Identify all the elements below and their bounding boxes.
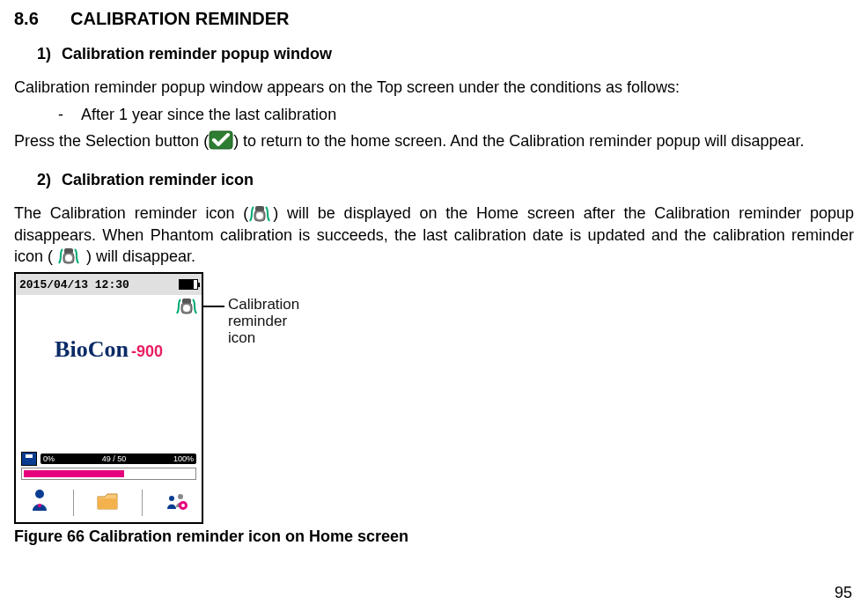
bottom-toolbar (16, 483, 202, 522)
check-icon (209, 130, 233, 150)
calibration-reminder-icon (175, 296, 196, 315)
storage-progress: 0% 49 / 50 100% (16, 450, 202, 483)
section-title: CALIBRATION REMINDER (70, 9, 290, 28)
device-logo: BioCon-900 (16, 320, 202, 373)
callout-label: Calibration reminder icon (203, 297, 299, 346)
page-number: 95 (835, 582, 852, 603)
battery-icon (179, 279, 198, 290)
disk-icon (21, 452, 37, 466)
figure-66: 2015/04/13 12:30 BioCon-900 0% 49 / 50 1… (14, 272, 854, 524)
progress-bar (21, 468, 196, 480)
figure-caption: Figure 66 Calibration reminder icon on H… (14, 526, 854, 547)
paragraph-3: The Calibration reminder icon () will be… (14, 203, 854, 267)
calibration-reminder-icon (57, 246, 82, 265)
paragraph-2: Press the Selection button () to return … (14, 130, 854, 151)
section-heading: 8.6CALIBRATION REMINDER (14, 7, 854, 31)
subheading-2: 2)Calibration reminder icon (37, 169, 854, 190)
status-bar: 2015/04/13 12:30 (16, 274, 202, 295)
section-number: 8.6 (14, 7, 70, 31)
subheading-1: 1)Calibration reminder popup window (37, 43, 854, 64)
patient-icon[interactable] (29, 488, 50, 518)
calibration-reminder-icon (248, 203, 273, 223)
bullet-1: -After 1 year since the last calibration (58, 104, 854, 125)
paragraph-1: Calibration reminder popup window appear… (14, 77, 854, 98)
device-home-screen: 2015/04/13 12:30 BioCon-900 0% 49 / 50 1… (14, 272, 203, 524)
status-datetime: 2015/04/13 12:30 (19, 277, 129, 293)
folder-icon[interactable] (96, 490, 119, 516)
settings-icon[interactable] (166, 490, 188, 516)
